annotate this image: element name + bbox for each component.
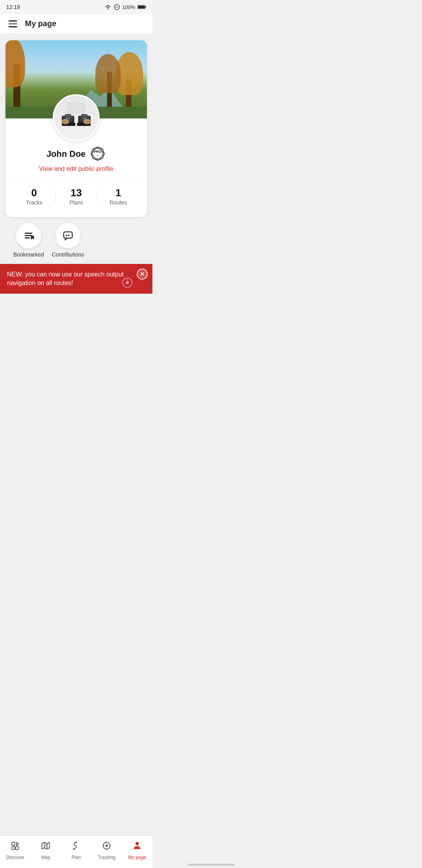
bookmarked-icon: [23, 230, 34, 241]
profile-info: John Doe PRO + View and edit public prof…: [5, 141, 147, 217]
nav-spacer: [5, 300, 147, 335]
main-content: John Doe PRO + View and edit public prof…: [0, 34, 152, 342]
svg-rect-20: [81, 114, 88, 119]
status-time: 12:19: [6, 4, 20, 10]
svg-rect-32: [66, 235, 67, 236]
stat-routes[interactable]: 1 Routes: [97, 187, 139, 206]
edit-profile-link[interactable]: View and edit public profile: [13, 165, 139, 172]
contributions-circle: [55, 223, 80, 248]
promo-banner: NEW: you can now use our speech output n…: [0, 264, 152, 294]
promo-text: NEW: you can now use our speech output n…: [7, 270, 133, 288]
svg-rect-3: [145, 6, 146, 7]
hiking-boots-icon: [59, 102, 94, 133]
svg-rect-11: [65, 114, 71, 119]
battery-icon: [138, 5, 146, 9]
menu-button[interactable]: [7, 19, 19, 29]
wifi-icon: [104, 4, 111, 10]
promo-nav-icon: [122, 277, 133, 291]
svg-point-25: [83, 119, 91, 124]
svg-text:+: +: [97, 154, 98, 157]
stat-tracks[interactable]: 0 Tracks: [13, 187, 55, 206]
bookmarked-action[interactable]: Bookmarked: [13, 223, 44, 258]
svg-text:PRO: PRO: [94, 150, 102, 154]
contributions-action[interactable]: Contributions: [52, 223, 84, 258]
bookmarked-label: Bookmarked: [13, 251, 44, 258]
routes-label: Routes: [110, 199, 127, 206]
svg-rect-4: [138, 6, 145, 8]
avatar-image: [54, 96, 98, 140]
top-bar: My page: [0, 14, 152, 34]
avatar[interactable]: [53, 94, 100, 141]
pro-badge-icon: PRO +: [89, 146, 106, 162]
profile-name-row: John Doe PRO +: [13, 146, 139, 162]
svg-rect-31: [64, 232, 72, 238]
contributions-label: Contributions: [52, 251, 84, 258]
svg-point-36: [127, 280, 128, 281]
avatar-wrapper: [5, 94, 147, 141]
svg-rect-30: [25, 237, 30, 239]
profile-card: John Doe PRO + View and edit public prof…: [5, 40, 147, 217]
svg-point-35: [126, 281, 129, 284]
stat-plans[interactable]: 13 Plans: [55, 187, 97, 206]
status-icons: 100%: [104, 4, 146, 10]
tracks-label: Tracks: [26, 199, 42, 206]
svg-point-24: [61, 119, 69, 124]
page-title: My page: [25, 19, 56, 28]
svg-rect-33: [68, 235, 70, 236]
tree-foliage-3: [95, 54, 121, 93]
quick-actions: Bookmarked Contributions: [5, 223, 147, 258]
plans-count: 13: [55, 187, 97, 199]
contributions-icon: [63, 230, 73, 241]
plans-label: Plans: [69, 199, 83, 206]
routes-count: 1: [97, 187, 139, 199]
svg-rect-5: [66, 102, 86, 114]
stats-row: 0 Tracks 13 Plans 1 Routes: [13, 180, 139, 208]
tree-foliage-1: [5, 40, 25, 87]
battery-text: 100%: [122, 4, 135, 10]
bookmarked-circle: [16, 223, 41, 248]
svg-rect-28: [25, 233, 32, 234]
promo-close-button[interactable]: ✕: [137, 269, 148, 280]
tracks-count: 0: [13, 187, 55, 199]
status-bar: 12:19 100%: [0, 0, 152, 14]
pro-badge: PRO +: [89, 146, 106, 162]
dnd-icon: [114, 4, 120, 10]
profile-name: John Doe: [46, 149, 86, 159]
